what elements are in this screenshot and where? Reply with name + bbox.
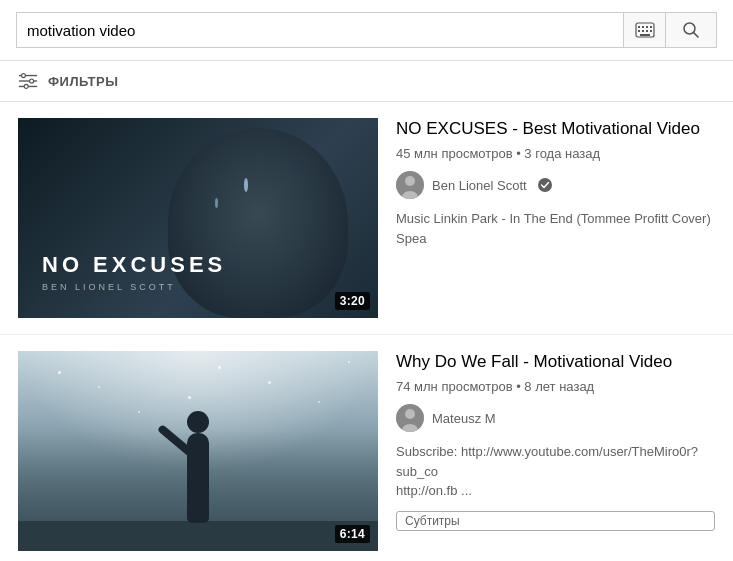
- svg-line-11: [694, 33, 699, 38]
- keyboard-icon: [635, 22, 655, 38]
- video-description-1: Music Linkin Park - In The End (Tommee P…: [396, 209, 715, 248]
- svg-rect-9: [640, 34, 650, 36]
- svg-rect-6: [642, 30, 644, 32]
- thumbnail-2[interactable]: 6:14: [18, 351, 378, 551]
- svg-rect-3: [646, 26, 648, 28]
- svg-rect-7: [646, 30, 648, 32]
- channel-name-2[interactable]: Mateusz M: [432, 411, 496, 426]
- svg-rect-1: [638, 26, 640, 28]
- search-input[interactable]: [27, 22, 613, 39]
- thumbnail-1-text: NO EXCUSES: [42, 252, 226, 278]
- channel-name-1[interactable]: Ben Lionel Scott: [432, 178, 527, 193]
- thumbnail-1[interactable]: NO EXCUSES BEN LIONEL SCOTT 3:20: [18, 118, 378, 318]
- video-info-1: NO EXCUSES - Best Motivational Video 45 …: [396, 118, 715, 248]
- duration-badge-2: 6:14: [335, 525, 370, 543]
- avatar-icon-2: [396, 404, 424, 432]
- filters-row: ФИЛЬТРЫ: [0, 61, 733, 102]
- thumbnail-1-subtext: BEN LIONEL SCOTT: [42, 282, 176, 292]
- verified-icon-1: [538, 178, 552, 192]
- video-description-2: Subscribe: http://www.youtube.com/user/T…: [396, 442, 715, 501]
- channel-avatar-1: [396, 171, 424, 199]
- search-input-wrapper: [16, 12, 623, 48]
- channel-avatar-2: [396, 404, 424, 432]
- svg-rect-4: [650, 26, 652, 28]
- result-item-2: 6:14 Why Do We Fall - Motivational Video…: [0, 335, 733, 561]
- results-list: NO EXCUSES BEN LIONEL SCOTT 3:20 NO EXCU…: [0, 102, 733, 561]
- channel-row-1: Ben Lionel Scott: [396, 171, 715, 199]
- svg-point-15: [21, 74, 25, 78]
- filter-icon: [18, 71, 38, 91]
- search-icon: [682, 21, 700, 39]
- search-button[interactable]: [665, 12, 717, 48]
- svg-rect-2: [642, 26, 644, 28]
- result-item: NO EXCUSES BEN LIONEL SCOTT 3:20 NO EXCU…: [0, 102, 733, 335]
- video-title-2[interactable]: Why Do We Fall - Motivational Video: [396, 351, 715, 373]
- svg-point-19: [405, 176, 415, 186]
- video-meta-1: 45 млн просмотров • 3 года назад: [396, 146, 715, 161]
- avatar-icon-1: [396, 171, 424, 199]
- svg-point-16: [30, 79, 34, 83]
- svg-rect-5: [638, 30, 640, 32]
- channel-row-2: Mateusz M: [396, 404, 715, 432]
- svg-point-21: [538, 178, 552, 192]
- filters-label[interactable]: ФИЛЬТРЫ: [48, 74, 118, 89]
- svg-point-23: [405, 409, 415, 419]
- video-meta-2: 74 млн просмотров • 8 лет назад: [396, 379, 715, 394]
- svg-point-17: [24, 84, 28, 88]
- svg-rect-8: [650, 30, 652, 32]
- video-info-2: Why Do We Fall - Motivational Video 74 м…: [396, 351, 715, 531]
- duration-badge-1: 3:20: [335, 292, 370, 310]
- video-title-1[interactable]: NO EXCUSES - Best Motivational Video: [396, 118, 715, 140]
- subtitle-badge[interactable]: Субтитры: [396, 511, 715, 531]
- keyboard-button[interactable]: [623, 12, 665, 48]
- search-bar: [0, 0, 733, 61]
